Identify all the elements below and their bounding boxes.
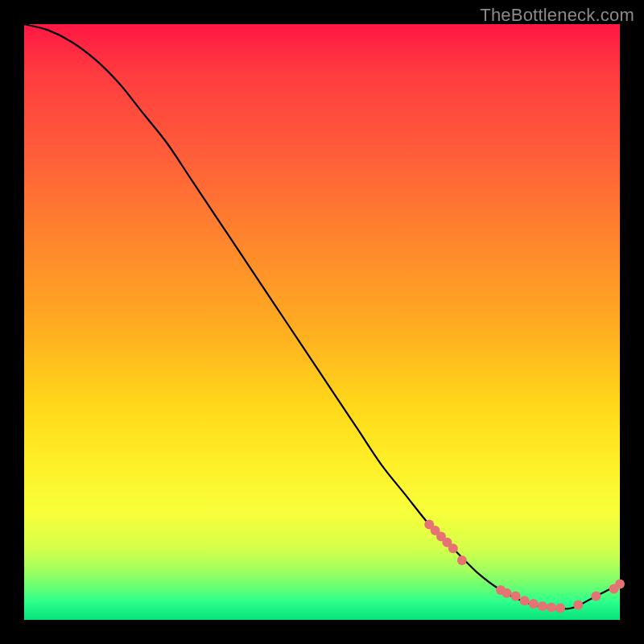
curve-marker	[511, 591, 521, 601]
curve-marker	[547, 602, 556, 612]
curve-marker	[538, 601, 547, 611]
curve-markers	[424, 520, 625, 613]
curve-marker	[448, 543, 458, 553]
curve-marker	[615, 580, 625, 589]
curve-marker	[457, 555, 467, 565]
chart-stage: TheBottleneck.com	[0, 0, 644, 644]
curve-marker	[573, 601, 583, 610]
curve-marker	[520, 596, 530, 605]
bottleneck-curve-line	[24, 24, 620, 609]
curve-marker	[529, 599, 539, 609]
plot-area	[24, 24, 620, 620]
curve-marker	[502, 588, 511, 598]
curve-marker	[591, 591, 601, 601]
curve-svg	[24, 24, 620, 620]
curve-marker	[555, 603, 565, 613]
watermark-text: TheBottleneck.com	[480, 5, 634, 26]
